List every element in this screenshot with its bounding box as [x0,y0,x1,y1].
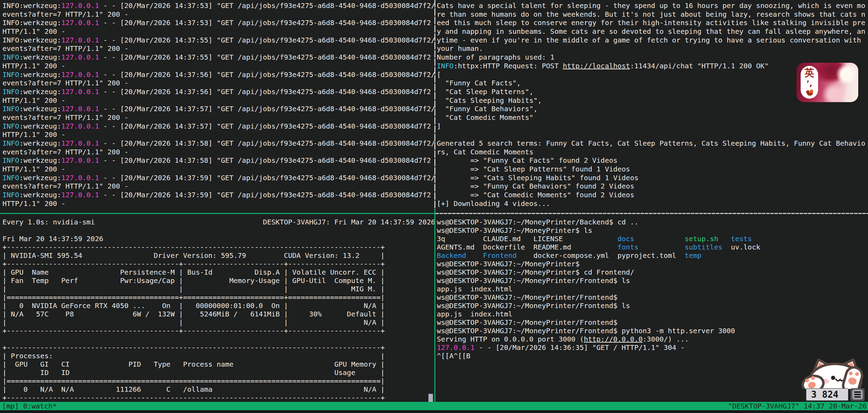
terminal-line: ws@DESKTOP-3VAHGJ7:~/MoneyPrinter/Fronte… [437,293,868,301]
terminal-line: +---------------------------------------… [2,393,434,402]
terminal-line: [+] Downloading 4 videos... [437,199,868,208]
terminal-line: => "Funny Cat Facts" found 2 Videos [437,156,868,165]
sticker-comma-mark: ’, [807,81,813,86]
terminal-line: HTTP/1.1" 200 - [2,165,434,174]
terminal-line: eed this much sleep to conserve energy f… [437,18,868,27]
terminal-line [2,226,434,235]
terminal-line: => "Cat Comedic Moments" found 2 Videos [437,191,868,199]
terminal-line: INFO:werkzeug:127.0.0.1 - - [20/Mar/2026… [2,87,434,96]
terminal-line: ws@DESKTOP-3VAHGJ7:~/MoneyPrinter/Fronte… [437,327,868,335]
terminal-line: 127.0.0.1 - - [20/Mar/2026 14:36:35] "GE… [437,343,868,352]
terminal-line: => "Cats Sleeping Habits" found 1 Videos [437,174,868,182]
terminal-line: "Funny Cat Behaviors", [437,105,868,113]
terminal-line: => "Funny Cat Behaviors" found 2 Videos [437,182,868,191]
sticker-art-flower [836,63,858,85]
terminal-line: HTTP/1.1" 200 - [2,62,434,70]
terminal-line: +---------------------------------------… [2,243,434,251]
terminal-line: Serving HTTP on 0.0.0.0 port 3000 (http:… [437,335,868,343]
terminal-line: | ID ID Usage | [2,368,434,377]
sticker-label-pill: 英 ’, [801,66,818,99]
terminal-line: ws@DESKTOP-3VAHGJ7:~/MoneyPrinter/Fronte… [437,301,868,310]
terminal-line: rs, Cat Comedic Moments [437,148,868,156]
terminal-line: "Cat Comedic Moments" [437,113,868,122]
terminal-line: AGENTS.md Dockerfile README.md fonts sub… [437,243,868,251]
terminal-line: INFO:werkzeug:127.0.0.1 - - [20/Mar/2026… [2,122,434,131]
terminal-line: INFO:werkzeug:127.0.0.1 - - [20/Mar/2026… [2,70,434,79]
terminal-line: events?after=7 HTTP/1.1" 200 - [2,44,434,53]
terminal-line: +---------------------------------------… [2,260,434,268]
terminal-line: | NVIDIA-SMI 595.54 Driver Version: 595.… [2,251,434,260]
terminal-line: Fri Mar 20 14:37:59 2026 [2,235,434,243]
terminal-line [2,335,434,343]
terminal-line: | Processes: | [2,352,434,360]
pane-moneyprinter-log[interactable]: Cats have a special talent for sleeping … [437,1,868,211]
terminal-line: HTTP/1.1" 200 - [2,199,434,208]
terminal-line: INFO:werkzeug:127.0.0.1 - - [20/Mar/2026… [2,53,434,62]
terminal-line: | Fan Temp Perf Pwr:Usage/Cap | Memory-U… [2,276,434,285]
terminal-line: INFO:werkzeug:127.0.0.1 - - [20/Mar/2026… [2,174,434,182]
terminal-line: INFO:werkzeug:127.0.0.1 - - [20/Mar/2026… [2,36,434,45]
terminal-line: events?after=7 HTTP/1.1" 200 - [2,148,434,156]
bongo-cat-icon [801,358,866,389]
terminal-line: app.js index.html [437,285,868,293]
terminal-line: |=======================================… [2,293,434,301]
tmux-desktop: { "colors": { "background": "#1e1f1f", "… [0,0,868,413]
terminal-line: re than some humans do on the weekends. … [437,10,868,19]
terminal-line: ws@DESKTOP-3VAHGJ7:~/MoneyPrinter$ [437,260,868,268]
terminal-line: 3q CLAUDE.md LICENSE docs setup.sh tests [437,235,868,243]
pane-divider-vertical-top[interactable] [434,0,435,209]
sticker-kanji: 英 [805,68,814,78]
terminal-line: | | | MIG M. | [2,285,434,293]
bottom-strip [0,410,868,413]
terminal-line: app.js index.html [437,310,868,318]
anime-sticker: 英 ’, [796,63,858,102]
terminal-line: ws@DESKTOP-3VAHGJ7:~/MoneyPrinter/Fronte… [437,318,868,327]
terminal-line: +---------------------------------------… [2,327,434,335]
terminal-line: ] [437,122,868,131]
terminal-line: ws@DESKTOP-3VAHGJ7:~/MoneyPrinter$ ls [437,226,868,235]
terminal-line: +---------------------------------------… [2,343,434,352]
terminal-line: Number of paragraphs used: 1 [437,53,868,62]
terminal-line: ws@DESKTOP-3VAHGJ7:~/MoneyPrinter$ cd Fr… [437,268,868,276]
tmux-window-tab[interactable]: [mp] 0:watch* [2,402,57,410]
hamburger-icon [852,390,863,399]
butterfly-icon [805,90,814,97]
terminal-line: Cats have a special talent for sleeping … [437,1,868,10]
pane-nvidia-watch[interactable]: Every 1.0s: nvidia-smi DESKTOP-3VAHGJ7: … [2,218,434,402]
tmux-status-bar: [mp] 0:watch* "DESKTOP-3VAHGJ7" 14:37 20… [0,402,868,410]
terminal-line [437,130,868,139]
sticker-art-petals [820,85,848,102]
bongo-counter-value: 3 824 [806,389,848,400]
terminal-line: ws@DESKTOP-3VAHGJ7:~/MoneyPrinter/Fronte… [437,276,868,285]
terminal-line: |=======================================… [2,377,434,385]
terminal-line: | | | N/A | [2,318,434,327]
terminal-line: INFO:werkzeug:127.0.0.1 - - [20/Mar/2026… [2,105,434,113]
terminal-line: INFO:werkzeug:127.0.0.1 - - [20/Mar/2026… [2,156,434,165]
terminal-line: your human. [437,44,868,53]
terminal-line: HTTP/1.1" 200 - [2,27,434,36]
scrollbar-thumb[interactable] [428,394,433,402]
terminal-line: | GPU GI CI PID Type Process name GPU Me… [2,360,434,368]
terminal-line: | 0 N/A N/A 111266 C /ollama N/A | [2,385,434,393]
terminal-line: HTTP/1.1" 200 - [2,130,434,139]
terminal-line: events?after=7 HTTP/1.1" 200 - [2,182,434,191]
terminal-line: => "Cat Sleep Patterns" found 1 Videos [437,165,868,174]
bongo-cat-overlay [801,358,866,389]
overlay-menu-button[interactable] [851,388,865,401]
terminal-line: Backend Frontend docker-compose.yml pypr… [437,251,868,260]
tmux-status-clock: "DESKTOP-3VAHGJ7" 14:37 20-Mar-26 [728,402,867,410]
terminal-line: events?after=7 HTTP/1.1" 200 - [2,10,434,19]
pane-divider-vertical-bottom[interactable] [434,209,435,402]
bongo-counter: 3 824 [806,388,848,401]
terminal-line: ytime - even if you're in the middle of … [437,36,868,45]
terminal-line: ws@DESKTOP-3VAHGJ7:~/MoneyPrinter/Backen… [437,218,868,226]
terminal-line: y and napping in sunbeams. Some cats are… [437,27,868,36]
terminal-line: INFO:werkzeug:127.0.0.1 - - [20/Mar/2026… [2,191,434,199]
pane-divider-horizontal-right[interactable] [435,213,868,214]
terminal-line: INFO:werkzeug:127.0.0.1 - - [20/Mar/2026… [2,18,434,27]
terminal-line: events?after=7 HTTP/1.1" 200 - [2,113,434,122]
pane-divider-horizontal-left[interactable] [0,213,434,214]
terminal-line: Every 1.0s: nvidia-smi DESKTOP-3VAHGJ7: … [2,218,434,226]
pane-werkzeug-log[interactable]: INFO:werkzeug:127.0.0.1 - - [20/Mar/2026… [2,1,434,211]
terminal-line: events?after=7 HTTP/1.1" 200 - [2,79,434,87]
